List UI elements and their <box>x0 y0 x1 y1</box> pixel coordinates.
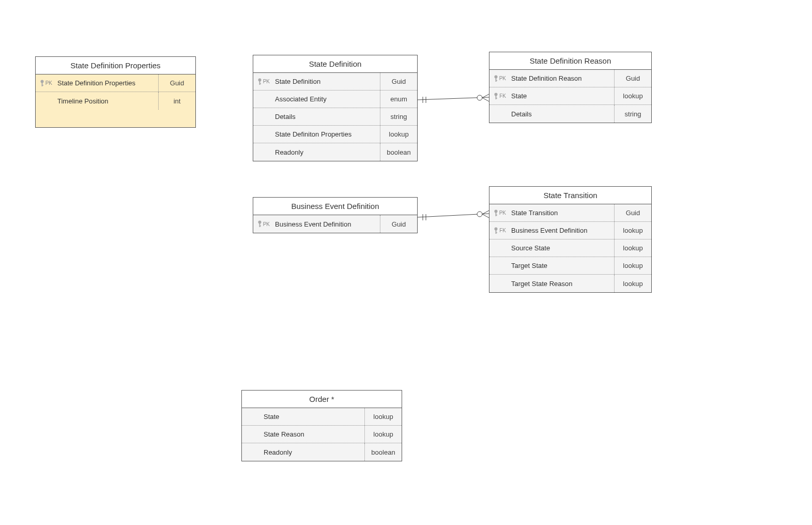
attribute-name: Details <box>271 113 380 121</box>
attribute-name: Business Event Definition <box>271 220 380 228</box>
svg-line-6 <box>418 214 489 217</box>
attribute-type: lookup <box>364 426 402 443</box>
entity-body: StatelookupState ReasonlookupReadonlyboo… <box>242 408 402 461</box>
key-indicator: FK <box>489 93 507 100</box>
entity-title: State Transition <box>489 187 651 204</box>
attribute-type: Guid <box>614 204 651 221</box>
key-icon <box>257 78 262 85</box>
attribute-name: Target State Reason <box>507 280 614 288</box>
attribute-type: Guid <box>614 70 651 87</box>
entity-body: PKState Definition ReasonGuidFKStatelook… <box>489 70 651 123</box>
attribute-type: lookup <box>380 126 417 143</box>
key-indicator: PK <box>489 75 507 82</box>
key-indicator: PK <box>253 78 271 85</box>
attribute-name: Source State <box>507 244 614 252</box>
entity-business-event-definition: Business Event Definition PKBusiness Eve… <box>253 197 418 233</box>
entity-title: Business Event Definition <box>253 198 417 215</box>
entity-attribute-row: State Definiton Propertieslookup <box>253 126 417 143</box>
entity-attribute-row: PKState Definition PropertiesGuid <box>36 74 195 92</box>
svg-rect-29 <box>260 226 261 227</box>
svg-rect-20 <box>260 83 261 84</box>
entity-state-definition: State Definition PKState DefinitionGuidA… <box>253 55 418 161</box>
attribute-name: Business Event Definition <box>507 227 614 234</box>
svg-line-4 <box>482 94 489 98</box>
svg-rect-26 <box>496 98 497 99</box>
entity-body: PKState Definition PropertiesGuidTimelin… <box>36 74 195 127</box>
entity-state-transition: State Transition PKState TransitionGuidF… <box>489 186 652 293</box>
entity-attribute-row: Detailsstring <box>253 108 417 126</box>
entity-attribute-row: PKState DefinitionGuid <box>253 73 417 91</box>
attribute-type: Guid <box>380 73 417 90</box>
attribute-name: State Definition <box>271 78 380 85</box>
attribute-name: State <box>507 92 614 100</box>
entity-attribute-row: Target Statelookup <box>489 257 651 275</box>
entity-title: State Definition <box>253 55 417 73</box>
attribute-name: Associated Entity <box>271 95 380 103</box>
entity-attribute-row: PKBusiness Event DefinitionGuid <box>253 215 417 233</box>
svg-line-0 <box>418 97 489 100</box>
key-label: PK <box>499 210 506 216</box>
attribute-name: State Definition Properties <box>53 79 158 87</box>
attribute-type: Guid <box>158 74 195 92</box>
entity-state-definition-reason: State Definition Reason PKState Definiti… <box>489 52 652 123</box>
attribute-type: int <box>158 92 195 110</box>
entity-attribute-row: FKBusiness Event Definitionlookup <box>489 222 651 239</box>
attribute-name: Readonly <box>271 148 380 156</box>
entity-attribute-row: Source Statelookup <box>489 239 651 257</box>
entity-attribute-row: Detailsstring <box>489 105 651 123</box>
attribute-name: Target State <box>507 262 614 269</box>
attribute-type: boolean <box>364 443 402 461</box>
key-label: PK <box>263 79 270 84</box>
attribute-name: Details <box>507 110 614 118</box>
key-label: PK <box>499 76 506 81</box>
attribute-name: State Definiton Properties <box>271 130 380 138</box>
entity-attribute-row: Timeline Positionint <box>36 92 195 110</box>
svg-rect-25 <box>496 95 497 99</box>
entity-title: State Definition Properties <box>36 57 195 74</box>
attribute-name: State Transition <box>507 209 614 217</box>
entity-attribute-row: PKState Definition ReasonGuid <box>489 70 651 87</box>
attribute-type: boolean <box>380 143 417 161</box>
key-indicator: PK <box>253 220 271 228</box>
key-icon <box>40 80 44 87</box>
svg-rect-31 <box>495 212 496 216</box>
key-label: FK <box>499 93 506 99</box>
key-indicator: PK <box>489 209 507 217</box>
attribute-name: State <box>259 413 364 421</box>
svg-line-10 <box>482 211 489 214</box>
attribute-name: Timeline Position <box>53 97 158 105</box>
svg-rect-34 <box>496 230 497 234</box>
attribute-name: State Reason <box>259 430 364 438</box>
entity-body: PKState DefinitionGuidAssociated Entitye… <box>253 73 417 161</box>
attribute-name: State Definition Reason <box>507 74 614 82</box>
attribute-type: lookup <box>614 275 651 292</box>
entity-state-definition-properties: State Definition Properties PKState Defi… <box>35 56 196 128</box>
svg-rect-32 <box>496 215 497 216</box>
svg-rect-35 <box>496 232 497 233</box>
attribute-type: string <box>614 105 651 123</box>
entity-attribute-row: Statelookup <box>242 408 402 426</box>
key-icon <box>494 75 498 82</box>
entity-title: State Definition Reason <box>489 52 651 70</box>
entity-attribute-row: Readonlyboolean <box>253 143 417 161</box>
svg-rect-22 <box>495 78 496 82</box>
attribute-type: enum <box>380 91 417 108</box>
key-label: FK <box>499 228 506 233</box>
svg-rect-28 <box>259 223 260 227</box>
attribute-type: lookup <box>614 257 651 274</box>
attribute-type: Guid <box>380 215 417 233</box>
key-label: PK <box>263 221 270 227</box>
key-indicator: PK <box>36 80 53 87</box>
svg-rect-17 <box>42 85 43 86</box>
key-label: PK <box>45 80 52 86</box>
svg-rect-19 <box>259 81 260 85</box>
entity-body: PKState TransitionGuidFKBusiness Event D… <box>489 204 651 292</box>
entity-attribute-row: FKStatelookup <box>489 87 651 105</box>
key-icon <box>257 220 262 228</box>
svg-line-11 <box>482 214 489 218</box>
key-icon <box>494 209 498 217</box>
key-indicator: FK <box>489 227 507 234</box>
entity-attribute-row: Target State Reasonlookup <box>489 275 651 292</box>
svg-rect-23 <box>496 80 497 81</box>
entity-attribute-row: Readonlyboolean <box>242 443 402 461</box>
